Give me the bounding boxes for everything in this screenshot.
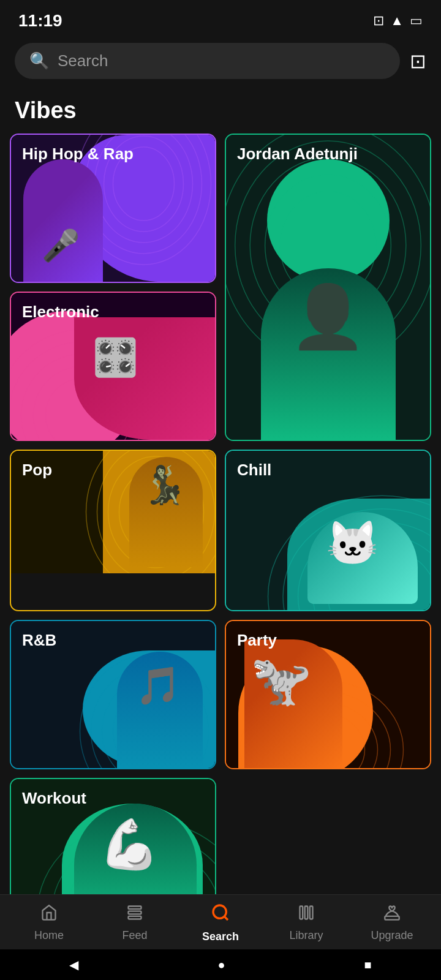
card-workout-label: Workout: [22, 789, 86, 808]
card-party-label: Party: [237, 631, 277, 650]
card-pop-label: Pop: [22, 461, 52, 480]
search-bar-icon: 🔍: [29, 51, 49, 70]
svg-rect-37: [129, 906, 141, 909]
library-icon: [298, 904, 315, 925]
android-nav: ◀ ● ■: [0, 949, 441, 980]
wifi-icon: ▲: [390, 13, 404, 29]
svg-rect-42: [300, 906, 303, 919]
svg-rect-45: [385, 916, 399, 919]
status-bar: 11:19 ⊡ ▲ ▭: [0, 0, 441, 37]
nav-upgrade[interactable]: Upgrade: [361, 904, 423, 942]
bottom-nav: Home Feed Search Library: [0, 894, 441, 949]
home-icon: [40, 904, 58, 925]
vibes-section: Vibes Hi: [0, 85, 441, 927]
vibes-title: Vibes: [0, 85, 441, 134]
svg-rect-43: [305, 906, 308, 919]
search-bar-container: 🔍 Search ⊡: [0, 37, 441, 85]
card-rnb[interactable]: R&B: [10, 620, 216, 769]
card-chill-label: Chill: [237, 461, 271, 480]
card-electronic-label: Electronic: [22, 303, 99, 322]
android-recent[interactable]: ■: [364, 958, 371, 972]
nav-library-label: Library: [289, 929, 323, 942]
nav-search-label: Search: [202, 930, 239, 943]
battery-icon: ▭: [410, 13, 423, 29]
search-bar-placeholder: Search: [58, 51, 108, 70]
svg-rect-38: [129, 911, 141, 914]
nav-feed[interactable]: Feed: [104, 904, 165, 942]
svg-rect-44: [310, 906, 313, 919]
card-hiphop-label: Hip Hop & Rap: [22, 145, 134, 164]
nav-home-label: Home: [34, 929, 64, 942]
card-jordan-label: Jordan Adetunji: [237, 145, 358, 164]
nav-home[interactable]: Home: [18, 904, 80, 942]
card-chill[interactable]: Chill: [225, 450, 431, 611]
nav-library[interactable]: Library: [276, 904, 337, 942]
svg-rect-39: [129, 916, 141, 919]
svg-point-40: [213, 905, 226, 918]
search-bar[interactable]: 🔍 Search: [15, 43, 400, 79]
android-home[interactable]: ●: [217, 958, 225, 972]
svg-line-41: [224, 916, 228, 920]
cast-icon[interactable]: ⊡: [410, 50, 426, 73]
card-electronic[interactable]: Electronic: [10, 292, 216, 441]
card-jordan[interactable]: Jordan Adetunji: [225, 134, 431, 441]
card-party[interactable]: Party: [225, 620, 431, 769]
nav-upgrade-label: Upgrade: [371, 929, 413, 942]
vibes-grid: Hip Hop & Rap: [0, 134, 441, 927]
card-rnb-label: R&B: [22, 631, 56, 650]
feed-icon: [126, 904, 143, 925]
status-icons: ⊡ ▲ ▭: [373, 13, 423, 29]
android-back[interactable]: ◀: [69, 957, 78, 972]
card-pop[interactable]: Pop: [10, 450, 216, 611]
nav-search[interactable]: Search: [190, 903, 251, 943]
search-nav-icon: [211, 903, 230, 927]
cast-status-icon: ⊡: [373, 13, 384, 29]
upgrade-icon: [383, 904, 401, 925]
status-time: 11:19: [18, 11, 62, 31]
nav-feed-label: Feed: [122, 929, 147, 942]
card-hiphop[interactable]: Hip Hop & Rap: [10, 134, 216, 283]
